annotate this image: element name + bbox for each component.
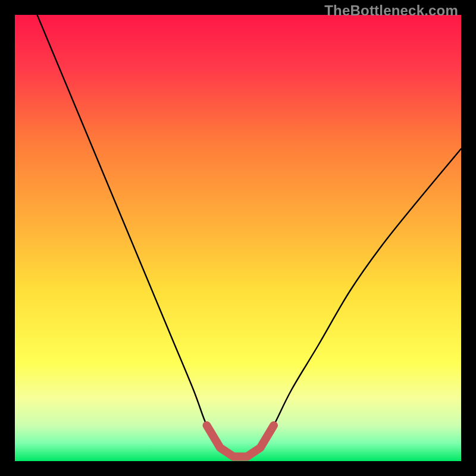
- chart-plot: [15, 15, 461, 461]
- gradient-background: [15, 15, 461, 461]
- chart-frame: [15, 15, 461, 461]
- watermark-text: TheBottleneck.com: [324, 2, 458, 19]
